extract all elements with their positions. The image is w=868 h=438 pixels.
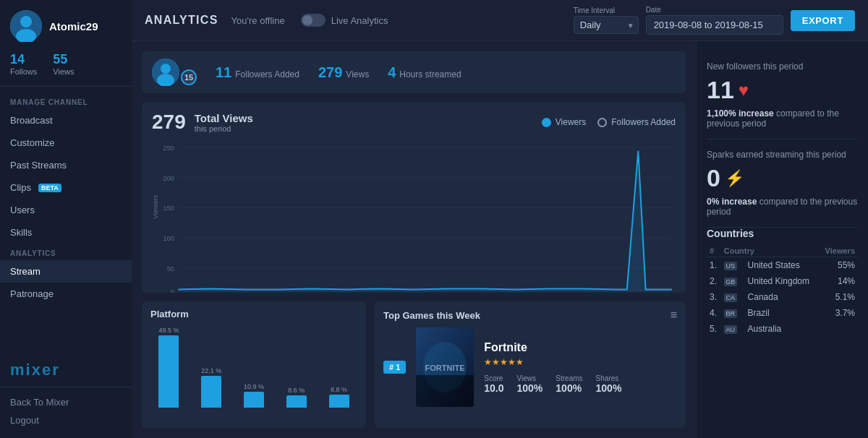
sparks-increase-pct: 0% increase bbox=[707, 197, 757, 207]
hours-streamed-stat: 4 Hours streamed bbox=[388, 64, 461, 81]
export-button[interactable]: EXPORT bbox=[791, 10, 855, 31]
row-num: 3. bbox=[707, 289, 721, 305]
bar-fill-4 bbox=[286, 395, 307, 408]
time-interval-select[interactable]: Daily Weekly Monthly bbox=[574, 16, 639, 34]
follows-count: 14 bbox=[10, 52, 37, 67]
sidebar-item-skills[interactable]: Skills bbox=[0, 221, 132, 244]
page-title: ANALYTICS bbox=[145, 14, 218, 27]
follows-label: Follows bbox=[10, 67, 37, 76]
time-interval-select-wrapper: Daily Weekly Monthly ▼ bbox=[574, 16, 639, 34]
right-panel: New followers this period 11 ♥ 1,100% in… bbox=[696, 41, 868, 438]
bar-pct-2: 22.1 % bbox=[201, 367, 221, 374]
chart-title: Total Views bbox=[195, 112, 253, 124]
svg-text:50: 50 bbox=[167, 265, 174, 272]
date-range-group: Date bbox=[646, 6, 783, 35]
sidebar-item-patronage[interactable]: Patronage bbox=[0, 283, 132, 305]
bar-fill-1 bbox=[158, 335, 179, 408]
content-area: 15 11 Followers Added 279 Views 4 Hours … bbox=[132, 41, 868, 438]
row-country: Brazil bbox=[745, 305, 819, 321]
toggle-knob bbox=[302, 15, 312, 25]
follows-stat: 14 Follows bbox=[10, 52, 37, 76]
game-views: Views 100% bbox=[517, 374, 543, 394]
followers-stat-title: New followers this period bbox=[707, 61, 858, 72]
sparks-big-num: 0 bbox=[707, 164, 720, 192]
beta-badge: BETA bbox=[38, 184, 61, 192]
sidebar-item-clips[interactable]: Clips BETA bbox=[0, 176, 132, 199]
svg-text:FORTNITE: FORTNITE bbox=[425, 364, 465, 372]
table-row: 3. CA Canada 5.1% bbox=[707, 289, 858, 305]
stream-info-row: 15 11 Followers Added 279 Views 4 Hours … bbox=[142, 51, 686, 93]
shares-value: 100% bbox=[596, 382, 622, 394]
game-score: Score 10.0 bbox=[484, 374, 503, 394]
countries-title: Countries bbox=[707, 228, 858, 239]
back-to-mixer-link[interactable]: Back To Mixer bbox=[10, 393, 122, 411]
bar-pct-5: 8.8 % bbox=[331, 386, 347, 393]
heart-icon: ♥ bbox=[739, 80, 749, 100]
svg-text:Viewers: Viewers bbox=[152, 194, 159, 219]
stats-row: 14 Follows 55 Views bbox=[0, 52, 132, 86]
toggle-pill[interactable] bbox=[301, 14, 326, 27]
rank-hash: # bbox=[389, 363, 393, 372]
game-stats-row: Score 10.0 Views 100% Streams 100% bbox=[484, 374, 621, 394]
svg-text:100: 100 bbox=[163, 235, 175, 242]
row-country: Canada bbox=[745, 289, 819, 305]
game-stars: ★★★★★ bbox=[484, 357, 621, 367]
sidebar-item-broadcast[interactable]: Broadcast bbox=[0, 109, 132, 132]
game-name: Fortnite bbox=[484, 341, 621, 354]
table-row: 5. AU Australia bbox=[707, 321, 858, 337]
sparks-stat-block: Sparks earned streaming this period 0 ⚡ … bbox=[707, 139, 858, 228]
bar-group-3: 10.9 % bbox=[236, 383, 273, 408]
level-badge: 15 bbox=[181, 69, 197, 85]
views-count: 55 bbox=[53, 52, 74, 67]
profile-section: Atomic29 bbox=[0, 0, 132, 52]
svg-marker-19 bbox=[178, 152, 672, 291]
stream-views-stat: 279 Views bbox=[318, 64, 369, 81]
table-row: 2. GB United Kingdom 14% bbox=[707, 273, 858, 289]
controls-right: Time Interval Daily Weekly Monthly ▼ Dat… bbox=[574, 6, 855, 35]
bar-fill-2 bbox=[201, 376, 221, 408]
bar-group-2: 22.1 % bbox=[193, 367, 230, 408]
bar-pct-4: 8.6 % bbox=[288, 387, 305, 394]
row-flag: US bbox=[721, 257, 745, 274]
legend-viewers[interactable]: Viewers bbox=[542, 117, 586, 127]
followers-change: 1,100% increase compared to the previous… bbox=[707, 108, 858, 129]
row-country: Australia bbox=[745, 321, 819, 337]
legend-followers[interactable]: Followers Added bbox=[597, 117, 676, 127]
chart-container: 279 Total Views this period Viewers Foll… bbox=[142, 102, 686, 293]
streams-label: Streams bbox=[556, 374, 582, 382]
svg-text:250: 250 bbox=[163, 145, 175, 152]
game-streams: Streams 100% bbox=[556, 374, 582, 394]
row-num: 2. bbox=[707, 273, 721, 289]
bottom-panels: Platform 49.5 % 22.1 % 10.9 % bbox=[142, 301, 686, 428]
top-games-panel: Top Games this Week ≡ # 1 bbox=[375, 301, 686, 428]
logout-link[interactable]: Logout bbox=[10, 411, 122, 429]
countries-panel: Countries # Country Viewers 1. US United… bbox=[707, 228, 858, 428]
offline-badge: You're offline bbox=[231, 15, 285, 26]
col-viewers: Viewers bbox=[819, 245, 858, 257]
chart-title-block: Total Views this period bbox=[195, 112, 253, 133]
hours-num: 4 bbox=[388, 64, 396, 81]
chart-header: 279 Total Views this period Viewers Foll… bbox=[152, 111, 676, 134]
sort-icon[interactable]: ≡ bbox=[671, 309, 677, 322]
svg-text:0: 0 bbox=[171, 288, 174, 293]
stream-avatar bbox=[152, 59, 179, 86]
followers-added-num: 11 bbox=[216, 64, 231, 81]
sidebar-item-customize[interactable]: Customize bbox=[0, 132, 132, 154]
live-toggle[interactable]: Live Analytics bbox=[301, 14, 388, 27]
spark-icon: ⚡ bbox=[725, 169, 744, 188]
countries-tbody: 1. US United States 55% 2. GB United Kin… bbox=[707, 257, 858, 338]
left-panel: 15 11 Followers Added 279 Views 4 Hours … bbox=[132, 41, 696, 438]
chart-legend: Viewers Followers Added bbox=[542, 117, 676, 127]
time-interval-label: Time Interval bbox=[574, 7, 639, 14]
stream-views-label: Views bbox=[346, 69, 369, 80]
sparks-stat-title: Sparks earned streaming this period bbox=[707, 150, 858, 160]
sidebar-item-users[interactable]: Users bbox=[0, 199, 132, 221]
avatar bbox=[10, 10, 42, 42]
followers-dot bbox=[597, 118, 607, 127]
main-content: ANALYTICS You're offline Live Analytics … bbox=[132, 0, 868, 438]
sidebar-item-past-streams[interactable]: Past Streams bbox=[0, 154, 132, 176]
followers-added-stat: 11 Followers Added bbox=[216, 64, 299, 81]
sidebar-item-stream[interactable]: Stream bbox=[0, 260, 132, 283]
row-viewers: 14% bbox=[819, 273, 858, 289]
date-range-input[interactable] bbox=[646, 15, 783, 35]
